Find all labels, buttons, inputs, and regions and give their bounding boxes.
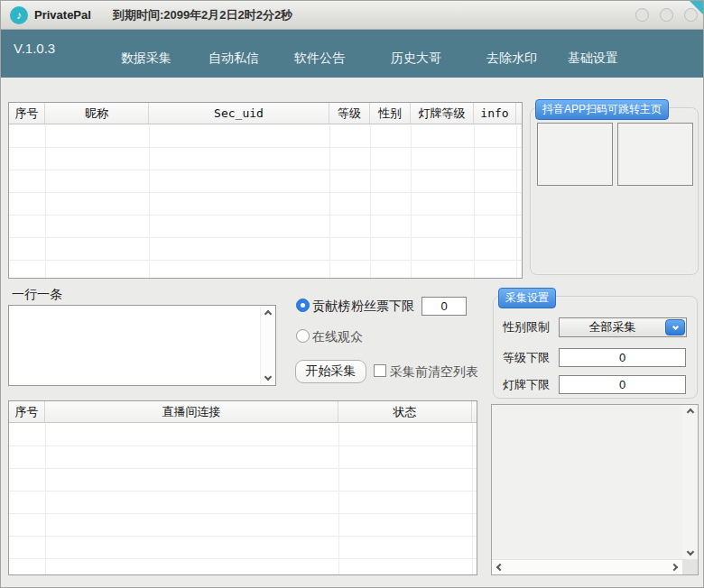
qr-code-box-2 [617,123,693,186]
scroll-up-icon[interactable] [686,409,693,416]
app-window: ♪ PrivatePal 到期时间:2099年2月2日2时2分2秒 V.1.0.… [0,0,704,588]
list-label: 一行一条 [12,287,62,303]
grid-line [474,125,475,278]
qr-code-box-1 [537,123,613,186]
clear-before-collect-checkbox[interactable] [374,364,386,377]
scroll-left-icon[interactable] [496,564,504,571]
gender-limit-select[interactable]: 全部采集 [559,317,687,337]
app-logo-music-note-icon: ♪ [10,6,28,24]
col-nickname: 昵称 [45,103,149,124]
radio-online-viewers[interactable] [296,329,310,343]
corner-accent [690,1,703,14]
minimize-button[interactable] [635,8,649,22]
log-horizontal-scrollbar[interactable] [492,559,682,574]
lamp-min-input[interactable] [559,375,686,394]
clear-checkbox-label[interactable]: 采集前清空列表 [390,364,478,381]
level-min-label: 等级下限 [503,350,550,366]
col-room-link: 直播间连接 [45,401,338,422]
room-table: 序号 直播间连接 状态 [8,400,477,575]
gender-select-value: 全部采集 [560,319,665,335]
room-list-textarea[interactable] [8,305,276,386]
col-status: 状态 [338,401,472,422]
log-vertical-scrollbar[interactable] [682,405,698,559]
scroll-down-icon[interactable] [686,548,693,556]
room-table-header: 序号 直播间连接 状态 [9,401,477,423]
lamp-min-label: 灯牌下限 [503,377,550,393]
grid-line [516,125,517,278]
col-index: 序号 [9,401,45,422]
nav-item-history[interactable]: 历史大哥 [391,51,441,67]
select-dropdown-button[interactable] [665,319,685,335]
radio-contribution-list[interactable] [296,299,310,312]
col-lamp-level: 灯牌等级 [411,103,474,124]
maximize-button[interactable] [660,8,673,22]
radio-online-label[interactable]: 在线观众 [312,329,363,345]
level-min-input[interactable] [559,348,686,367]
window-controls [635,8,698,22]
fans-ticket-label: 粉丝票下限 [351,299,414,315]
col-gender: 性别 [370,103,411,124]
textarea-scrollbar[interactable] [260,307,274,384]
chevron-down-icon [672,323,678,329]
nav-item-announcement[interactable]: 软件公告 [294,51,345,67]
radio-contribution-label[interactable]: 贡献榜 [312,299,350,315]
col-info: info [474,103,516,124]
qr-panel-title-badge: 抖音APP扫码可跳转主页 [535,99,669,120]
scroll-down-icon[interactable] [264,373,271,381]
user-table: 序号 昵称 Sec_uid 等级 性别 灯牌等级 info [8,102,523,279]
col-filler [516,103,522,124]
app-title: PrivatePal [34,8,91,22]
nav-item-settings[interactable]: 基础设置 [568,51,618,67]
collect-settings-title-badge: 采集设置 [498,288,556,308]
user-table-header: 序号 昵称 Sec_uid 等级 性别 灯牌等级 info [9,103,522,124]
log-output-area[interactable] [492,405,682,559]
grid-line [472,424,473,574]
scrollbar-corner [682,559,698,574]
qr-panel: 抖音APP扫码可跳转主页 [530,107,699,275]
scroll-right-icon[interactable] [671,564,678,571]
grid-line [411,125,412,278]
log-panel [491,404,699,575]
expiry-time-text: 到期时间:2099年2月2日2时2分2秒 [113,7,292,23]
nav-item-auto-message[interactable]: 自动私信 [208,51,259,67]
fans-ticket-input[interactable] [421,297,467,316]
grid-line [45,424,46,574]
col-level: 等级 [329,103,370,124]
main-menu-bar: V.1.0.3 数据采集 自动私信 软件公告 历史大哥 去除水印 基础设置 [1,30,703,78]
gender-limit-label: 性别限制 [503,319,550,335]
titlebar: ♪ PrivatePal 到期时间:2099年2月2日2时2分2秒 [1,1,703,30]
grid-line [338,424,339,574]
user-table-body[interactable] [9,125,522,278]
grid-line [45,125,46,278]
room-table-body[interactable] [9,424,477,574]
grid-line [370,125,371,278]
grid-line [329,125,330,278]
grid-line [149,125,150,278]
col-index: 序号 [9,103,45,124]
scroll-up-icon[interactable] [264,310,271,317]
version-label: V.1.0.3 [14,41,55,56]
nav-item-watermark[interactable]: 去除水印 [486,51,537,67]
col-sec-uid: Sec_uid [149,103,329,124]
start-collect-button[interactable]: 开始采集 [295,360,366,383]
nav-item-data-collect[interactable]: 数据采集 [121,51,171,67]
col-filler [472,401,477,422]
